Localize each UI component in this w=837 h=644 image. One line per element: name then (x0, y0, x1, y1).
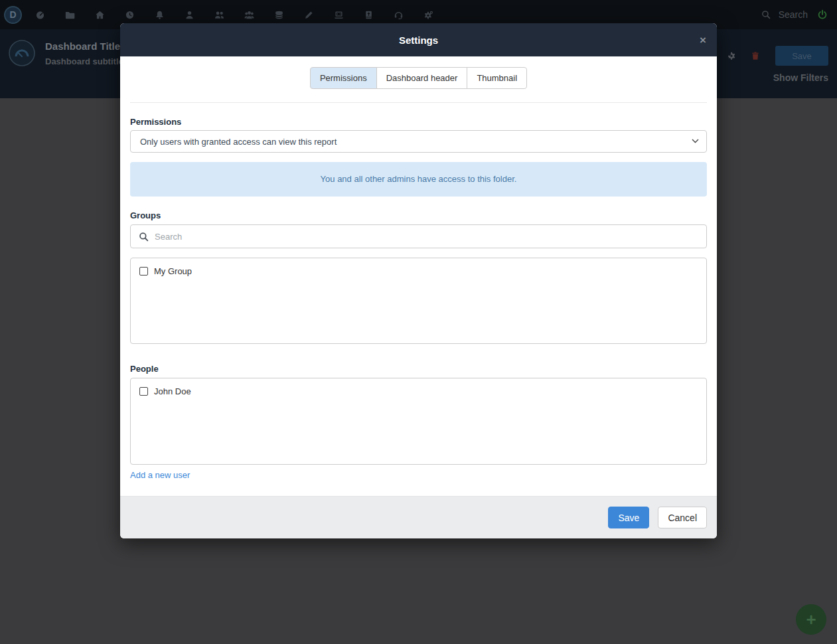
dashboard-settings-gear-icon[interactable] (720, 51, 743, 60)
nav-dashboard-icon[interactable] (25, 0, 55, 29)
tab-thumbnail[interactable]: Thumbnail (467, 67, 527, 89)
dashboard-save-button[interactable]: Save (775, 46, 828, 66)
dashboard-subtitle: Dashboard subtitle (45, 56, 123, 66)
tab-permissions[interactable]: Permissions (310, 67, 377, 89)
dashboard-titles: Dashboard Title Dashboard subtitle (45, 40, 123, 66)
close-icon[interactable]: × (700, 35, 706, 46)
save-button[interactable]: Save (608, 507, 649, 528)
add-new-user-link[interactable]: Add a new user (130, 470, 190, 480)
permissions-select[interactable]: Only users with granted access can view … (130, 130, 707, 153)
search-icon (139, 232, 149, 242)
groups-search-box (130, 224, 707, 248)
group-checkbox[interactable] (139, 267, 148, 276)
cancel-button[interactable]: Cancel (658, 507, 707, 528)
dashboard-header-actions: Save Show Filters (720, 46, 828, 83)
app-logo[interactable]: D (4, 6, 22, 24)
permissions-info-alert: You and all other admins have access to … (130, 162, 707, 197)
group-list-item[interactable]: My Group (139, 264, 698, 279)
settings-modal-footer: Save Cancel (120, 496, 717, 538)
plus-icon: + (806, 609, 816, 629)
nav-folders-icon[interactable] (55, 0, 85, 29)
nav-home-icon[interactable] (85, 0, 115, 29)
modal-title: Settings (399, 35, 438, 46)
settings-modal-header: Settings × (120, 23, 717, 56)
dashboard-gauge-avatar (9, 40, 35, 66)
permissions-label: Permissions (130, 117, 707, 127)
navbar-right: Search (761, 9, 837, 20)
person-item-label: John Doe (154, 386, 191, 396)
tab-dashboard-header[interactable]: Dashboard header (376, 67, 468, 89)
search-icon (761, 10, 771, 19)
settings-tab-group: Permissions Dashboard header Thumbnail (130, 67, 707, 89)
groups-search-input[interactable] (155, 232, 698, 242)
tabs-divider (130, 102, 707, 103)
app-logo-letter: D (9, 9, 16, 20)
people-label: People (130, 364, 707, 374)
power-icon[interactable] (817, 9, 828, 20)
permissions-select-wrap: Only users with granted access can view … (130, 130, 707, 153)
settings-modal: Settings × Permissions Dashboard header … (120, 23, 717, 538)
navbar-search-label: Search (779, 9, 808, 20)
dashboard-title: Dashboard Title (45, 40, 123, 52)
person-list-item[interactable]: John Doe (139, 384, 698, 399)
navbar-search[interactable]: Search (761, 9, 808, 20)
dashboard-delete-trash-icon[interactable] (743, 51, 767, 60)
person-checkbox[interactable] (139, 387, 148, 396)
add-fab-button[interactable]: + (796, 604, 826, 635)
settings-modal-body: Permissions Dashboard header Thumbnail P… (120, 56, 717, 496)
group-item-label: My Group (154, 266, 192, 276)
people-list: John Doe (130, 378, 707, 465)
groups-list: My Group (130, 258, 707, 344)
groups-label: Groups (130, 210, 707, 220)
show-filters-link[interactable]: Show Filters (773, 72, 828, 83)
